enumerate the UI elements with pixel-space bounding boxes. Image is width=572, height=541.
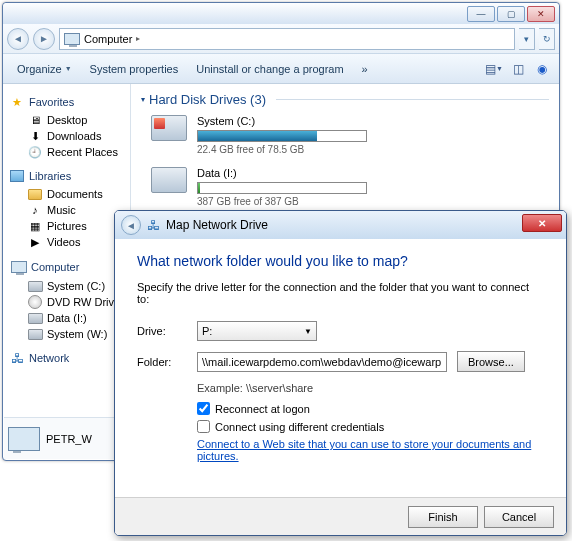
minimize-button[interactable]: — [467,6,495,22]
star-icon: ★ [9,94,25,110]
system-properties-button[interactable]: System properties [82,60,187,78]
help-button[interactable]: ◉ [531,59,553,79]
videos-icon: ▶ [27,235,43,249]
more-commands[interactable]: » [354,60,376,78]
drive-free-text: 387 GB free of 387 GB [197,196,367,207]
section-label: Hard Disk Drives (3) [149,92,266,107]
nav-back-button[interactable]: ◄ [7,28,29,50]
drive-free-text: 22.4 GB free of 78.5 GB [197,144,367,155]
dialog-title: Map Network Drive [166,218,268,232]
dvd-icon [27,295,43,309]
sidebar-item-music[interactable]: ♪Music [9,202,130,218]
sidebar-item-videos[interactable]: ▶Videos [9,234,130,250]
computer-name: PETR_W [46,433,92,445]
chevron-down-icon: ▼ [304,327,312,336]
command-bar: Organize ▼ System properties Uninstall o… [3,54,559,84]
address-field[interactable]: Computer ▸ [59,28,515,50]
address-separator: ▸ [136,34,140,43]
dialog-back-button[interactable]: ◄ [121,215,141,235]
folder-label: Folder: [137,356,193,368]
favorites-group[interactable]: ★ Favorites [9,94,130,110]
reconnect-label: Reconnect at logon [215,403,310,415]
drive-icon [27,327,43,341]
dialog-close-button[interactable]: ✕ [522,214,562,232]
drive-usage-bar [197,182,367,194]
preview-pane-button[interactable]: ◫ [507,59,529,79]
sidebar-item-data-i[interactable]: Data (I:) [9,310,130,326]
network-label: Network [29,352,69,364]
music-icon: ♪ [27,203,43,217]
drive-letter-combo[interactable]: P: ▼ [197,321,317,341]
chevron-down-icon: ▼ [65,65,72,72]
navigation-pane: ★ Favorites 🖥Desktop ⬇Downloads 🕘Recent … [3,84,131,460]
sidebar-item-recent[interactable]: 🕘Recent Places [9,144,130,160]
drive-item-data-i[interactable]: Data (I:) 387 GB free of 387 GB [151,167,549,207]
address-text: Computer [84,33,132,45]
different-credentials-label: Connect using different credentials [215,421,384,433]
sidebar-item-dvd[interactable]: DVD RW Drive [9,294,130,310]
browse-button[interactable]: Browse... [457,351,525,372]
pictures-icon: ▦ [27,219,43,233]
window-titlebar: — ▢ ✕ [3,3,559,24]
reconnect-checkbox-row[interactable]: Reconnect at logon [197,402,544,415]
different-credentials-row[interactable]: Connect using different credentials [197,420,544,433]
sidebar-item-system-c[interactable]: System (C:) [9,278,130,294]
dialog-heading: What network folder would you like to ma… [137,253,544,269]
address-dropdown[interactable]: ▾ [519,28,535,50]
dialog-footer: Finish Cancel [115,497,566,535]
computer-icon [8,427,40,451]
finish-button[interactable]: Finish [408,506,478,528]
drive-name: Data (I:) [197,167,367,179]
sidebar-item-downloads[interactable]: ⬇Downloads [9,128,130,144]
cancel-button[interactable]: Cancel [484,506,554,528]
computer-label: Computer [31,261,79,273]
sidebar-item-system-w[interactable]: System (W:) [9,326,130,342]
favorites-label: Favorites [29,96,74,108]
uninstall-program-button[interactable]: Uninstall or change a program [188,60,351,78]
map-network-drive-dialog: ◄ 🖧 Map Network Drive ✕ What network fol… [114,210,567,536]
address-bar: ◄ ► Computer ▸ ▾ ↻ [3,24,559,54]
network-icon: 🖧 [9,350,25,366]
close-button[interactable]: ✕ [527,6,555,22]
recent-icon: 🕘 [27,145,43,159]
computer-group[interactable]: Computer [9,258,130,276]
libraries-icon [9,168,25,184]
dialog-body: What network folder would you like to ma… [115,239,566,476]
sidebar-item-desktop[interactable]: 🖥Desktop [9,112,130,128]
drive-item-system-c[interactable]: System (C:) 22.4 GB free of 78.5 GB [151,115,549,155]
dialog-titlebar: ◄ 🖧 Map Network Drive ✕ [115,211,566,239]
folder-example: Example: \\server\share [197,382,544,394]
view-options-button[interactable]: ▤▼ [483,59,505,79]
hard-disk-section[interactable]: ▾ Hard Disk Drives (3) [141,92,549,107]
organize-menu[interactable]: Organize ▼ [9,60,80,78]
desktop-icon: 🖥 [27,113,43,127]
libraries-label: Libraries [29,170,71,182]
nav-forward-button[interactable]: ► [33,28,55,50]
collapse-icon: ▾ [141,95,145,104]
maximize-button[interactable]: ▢ [497,6,525,22]
network-drive-icon: 🖧 [147,218,160,233]
sidebar-item-pictures[interactable]: ▦Pictures [9,218,130,234]
refresh-button[interactable]: ↻ [539,28,555,50]
libraries-group[interactable]: Libraries [9,168,130,184]
drive-name: System (C:) [197,115,367,127]
organize-label: Organize [17,63,62,75]
drive-icon [151,115,187,141]
computer-icon [64,33,80,45]
web-site-link[interactable]: Connect to a Web site that you can use t… [197,438,531,462]
downloads-icon: ⬇ [27,129,43,143]
drive-icon [27,311,43,325]
drive-usage-bar [197,130,367,142]
drive-icon [27,279,43,293]
drive-value: P: [202,325,212,337]
network-group[interactable]: 🖧 Network [9,350,130,366]
different-credentials-checkbox[interactable] [197,420,210,433]
reconnect-checkbox[interactable] [197,402,210,415]
folder-path-input[interactable] [197,352,447,372]
dialog-description: Specify the drive letter for the connect… [137,281,544,305]
computer-icon [11,259,27,275]
drive-icon [151,167,187,193]
documents-icon [27,187,43,201]
sidebar-item-documents[interactable]: Documents [9,186,130,202]
details-pane: PETR_W [4,417,119,459]
